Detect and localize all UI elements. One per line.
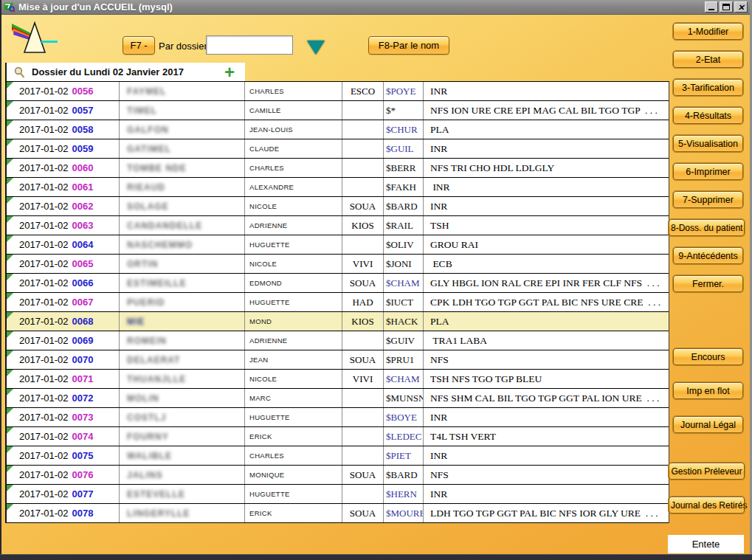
row-date: 2017-01-02 [19,335,69,346]
table-row[interactable]: 2017-01-020074 FOURNY ERICK $LEDEC T4L T… [7,427,669,446]
patient-firstname: CHARLES [249,452,284,460]
table-row[interactable]: 2017-01-020062 SOLAGE NICOLE SOUA $BARD … [7,197,669,216]
row-date: 2017-01-02 [19,277,69,288]
minimize-button[interactable] [705,1,718,13]
sidebar-button-9[interactable]: 9-Antécédents [673,247,743,264]
patient-firstname: JEAN-LOUIS [249,125,293,134]
row-date: 2017-01-02 [19,508,69,519]
row-marker-icon [7,274,13,280]
table-row[interactable]: 2017-01-020077 ESTEVELLE HUGUETTE $HERN … [7,485,669,504]
f8-button[interactable]: F8-Par le nom [368,36,449,55]
prescriber-code: $MUNSN [386,393,424,404]
patient-firstname: EDMOND [249,279,282,287]
sidebar-button-3[interactable]: 3-Tarification [673,79,743,96]
site-code: SOUA [350,277,376,289]
table-row[interactable]: 2017-01-020067 PUERID HUGUETTE HAD $IUCT… [7,293,669,312]
sidebar-button-10[interactable]: Fermer. [673,275,743,292]
records-table: 2017-01-020056 FAYMEL CHARLES ESCO $POYE… [5,81,669,523]
row-date: 2017-01-02 [19,143,69,154]
table-row[interactable]: 2017-01-020072 MOLIN MARC $MUNSN NFS SHM… [7,389,669,408]
table-row[interactable]: 2017-01-020061 RIEAUD ALEXANDRE $FAKH IN… [7,178,669,197]
patient-name-redacted: GATIMEL [120,144,171,154]
prescriber-code: $IUCT [386,297,413,308]
patient-firstname: ERICK [249,509,272,517]
row-marker-icon [7,350,13,357]
prescriber-code: $CHAM [386,373,420,385]
close-button[interactable] [734,1,748,13]
row-number: 0073 [72,412,94,423]
tests-list: PLA [430,124,449,136]
prescriber-code: $GUIV [386,335,415,347]
table-row[interactable]: 2017-01-020068 MIE MOND KIOS $HACK PLA [7,312,669,331]
row-date: 2017-01-02 [19,258,69,269]
table-row[interactable]: 2017-01-020058 GALFON JEAN-LOUIS $CHUR P… [7,120,669,139]
table-row[interactable]: 2017-01-020076 JALINS MONIQUE SOUA $BARD… [7,466,669,485]
row-marker-icon [7,293,13,300]
patient-name-redacted: COSTLJ [120,412,166,423]
sidebar-button-2[interactable]: 2-Etat [673,51,743,68]
row-number: 0057 [72,105,94,116]
sidebar-lower-button-4[interactable]: Gestion Préleveur [669,463,745,480]
prescriber-code: $PRU1 [386,354,414,366]
row-date: 2017-01-02 [19,86,69,97]
sidebar-button-4[interactable]: 4-Résultats [673,107,743,124]
app-window: Mise à jour d'un ACCUEIL (mysql) F7 - Pa… [0,0,752,560]
patient-firstname: ADRIENNE [249,221,288,229]
tests-list: NFS [430,354,449,366]
dropdown-triangle-icon[interactable] [307,41,325,55]
row-number: 0063 [72,220,94,231]
row-date: 2017-01-02 [19,354,69,365]
table-row[interactable]: 2017-01-020063 CANDANDELLE ADRIENNE KIOS… [7,216,669,235]
patient-name-redacted: ESTIMEILLE [120,278,187,288]
sidebar-button-5[interactable]: 5-Visualisation [673,135,743,152]
row-marker-icon [7,370,13,376]
patient-name-redacted: SOLAGE [120,201,169,212]
sidebar-lower-button-1[interactable]: Encours [673,348,743,365]
table-row[interactable]: 2017-01-020065 ORTIN NICOLE VIVI $JONI E… [7,255,669,274]
sidebar-lower-button-2[interactable]: Imp en flot [673,382,743,399]
patient-name-redacted: GALFON [120,125,169,135]
patient-name-redacted: THUANJLLE [120,374,186,384]
row-number: 0076 [72,469,94,480]
sidebar-button-8[interactable]: 8-Doss. du patient [669,219,745,236]
sidebar-button-1[interactable]: 1-Modifier [673,23,743,40]
patient-firstname: MONIQUE [249,471,285,479]
add-dossier-icon[interactable]: + [224,65,235,80]
patient-firstname: MOND [249,317,272,325]
table-row[interactable]: 2017-01-020075 WALIBLE CHARLES $PIET INR [7,446,669,466]
row-number: 0058 [72,124,94,135]
table-row[interactable]: 2017-01-020059 GATIMEL CLAUDE $GUIL INR [7,139,669,159]
row-number: 0062 [72,201,94,212]
tests-list: TSH NFS TGO TGP BLEU [430,373,542,385]
sidebar-lower-button-5[interactable]: Journal des Retirés [669,497,745,514]
patient-name-redacted: MIE [120,317,145,327]
sidebar-lower-button-3[interactable]: Journal Légal [673,416,743,433]
row-date: 2017-01-02 [19,182,69,193]
f7-button[interactable]: F7 - [123,36,155,55]
row-marker-icon [7,408,13,415]
sidebar-button-7[interactable]: 7-Supprimer [673,191,743,208]
tests-list: INR [430,182,450,193]
table-row[interactable]: 2017-01-020073 COSTLJ HUGUETTE $BOYE INR [7,408,669,427]
row-marker-icon [7,255,13,261]
patient-firstname: ADRIENNE [249,336,288,345]
maximize-button[interactable] [720,1,733,13]
table-row[interactable]: 2017-01-020071 THUANJLLE NICOLE VIVI $CH… [7,370,669,389]
tests-list: CPK LDH TGO TGP GGT PAL BIC NFS URE CRE … [430,297,660,308]
table-row[interactable]: 2017-01-020066 ESTIMEILLE EDMOND SOUA $C… [7,274,669,293]
sidebar-button-6[interactable]: 6-Imprimer [673,163,743,180]
dossier-input[interactable] [206,35,293,55]
row-number: 0078 [72,508,94,519]
table-row[interactable]: 2017-01-020069 ROMEIN ADRIENNE $GUIV TRA… [7,331,669,350]
table-row[interactable]: 2017-01-020060 TOMBE NDE CHARLES $BERR N… [7,159,669,178]
table-row[interactable]: 2017-01-020078 LINGERYLLE ERICK SOUA $MO… [7,504,669,523]
prescriber-code: $JONI [386,258,412,270]
patient-firstname: JEAN [249,356,268,364]
row-date: 2017-01-02 [19,105,69,116]
row-marker-icon [7,466,13,472]
table-row[interactable]: 2017-01-020057 TIMEL CAMILLE $* NFS ION … [7,101,669,120]
table-row[interactable]: 2017-01-020064 NASCHEMMO HUGUETTE $OLIV … [7,235,669,255]
table-row[interactable]: 2017-01-020070 DELAERAT JEAN SOUA $PRU1 … [7,350,669,370]
row-number: 0059 [72,143,94,154]
table-row[interactable]: 2017-01-020056 FAYMEL CHARLES ESCO $POYE… [7,82,669,101]
